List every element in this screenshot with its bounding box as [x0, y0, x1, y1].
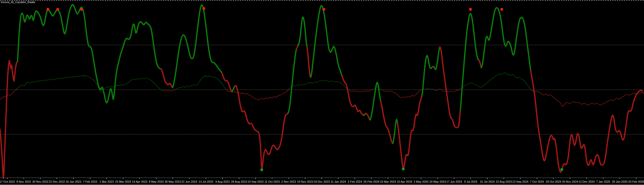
- buy-signal-dot: [260, 168, 263, 171]
- thin-signal-line-green: [424, 89, 426, 90]
- thin-signal-line-green: [18, 75, 162, 91]
- thin-signal-line-red: [0, 88, 18, 99]
- radar-line-bearish-segment: [0, 60, 18, 178]
- x-axis-label[interactable]: 7 Oct 2024: [530, 180, 544, 183]
- x-axis-label[interactable]: 1 Mar 2023: [99, 180, 114, 183]
- x-axis-label[interactable]: 30 Nov 2022: [32, 180, 48, 183]
- radar-line-bullish-segment: [288, 49, 296, 113]
- radar-line-bullish-segment: [18, 5, 161, 103]
- x-axis-label[interactable]: 2 Feb 2024: [348, 180, 362, 183]
- x-axis-label[interactable]: 18 Dec 2023: [314, 180, 330, 183]
- radar-line-bearish-segment: [161, 69, 173, 88]
- thin-signal-line-red: [227, 88, 290, 100]
- x-axis-label[interactable]: 31 Jul 2024: [480, 180, 495, 183]
- radar-line-bearish-segment: [307, 47, 311, 77]
- x-axis-label[interactable]: 30 May 2023: [164, 180, 181, 183]
- radar-line-bullish-segment: [481, 8, 531, 71]
- radar-line-bullish-segment: [422, 56, 432, 96]
- radar-line-bullish-segment: [434, 47, 440, 70]
- x-axis-label[interactable]: 23 Mar 2023: [115, 180, 131, 183]
- x-axis-label[interactable]: 2 Nov 2023: [281, 180, 296, 183]
- thin-signal-line-red: [531, 90, 644, 106]
- sell-signal-dot: [56, 8, 59, 11]
- x-axis-label[interactable]: 2 May 2024: [414, 180, 428, 183]
- radar-line-bullish-segment: [232, 86, 235, 92]
- x-axis-label[interactable]: 29 Jan 2025: [612, 180, 628, 183]
- radar-line-bearish-segment: [222, 73, 232, 92]
- x-axis-label[interactable]: 17 Jun 2024: [446, 180, 462, 183]
- radar-line-bullish-segment: [460, 14, 479, 110]
- radar-line-bullish-segment: [298, 17, 307, 47]
- x-axis-label[interactable]: 13 Jul 2023: [199, 180, 213, 183]
- x-axis-label[interactable]: 20 Nov 2024: [562, 180, 578, 183]
- thin-signal-line-green: [177, 76, 227, 90]
- radar-line-bearish-segment: [366, 113, 370, 119]
- x-axis-label[interactable]: 8 Nov 2022: [17, 180, 31, 183]
- x-axis-label[interactable]: 22 Dec 2022: [49, 180, 65, 183]
- sell-signal-dot: [47, 8, 49, 11]
- radar-line-bullish-segment: [370, 82, 381, 120]
- radar-line-bearish-segment: [235, 86, 262, 170]
- radar-line-bearish-segment: [381, 101, 393, 143]
- radar-line-bearish-segment: [262, 113, 288, 170]
- indicator-subwindow[interactable]: Innova_AI_Cazador_Radar 17 Oct 20228 Nov…: [0, 0, 644, 185]
- radar-line-bullish-segment: [311, 6, 342, 77]
- x-axis-label[interactable]: 13 Sep 2024: [512, 180, 528, 183]
- thin-signal-line-red: [434, 89, 440, 91]
- radar-line-bearish-segment: [398, 96, 422, 169]
- radar-chart-canvas[interactable]: 17 Oct 20228 Nov 202230 Nov 202222 Dec 2…: [0, 0, 644, 185]
- sell-signal-dot: [323, 8, 325, 11]
- x-axis-label[interactable]: 11 Oct 2023: [264, 180, 280, 183]
- thin-signal-line-red: [442, 89, 461, 92]
- thin-signal-line-red: [162, 89, 177, 91]
- x-axis-label[interactable]: 9 Jul 2024: [464, 180, 477, 183]
- x-axis-label[interactable]: 22 Aug 2024: [496, 180, 512, 183]
- x-axis-label[interactable]: 7 Feb 2023: [83, 180, 97, 183]
- radar-line-bullish-segment: [173, 5, 222, 88]
- x-axis-label[interactable]: 11 Jan 2024: [331, 180, 346, 183]
- buy-signal-dot: [402, 168, 405, 171]
- thin-signal-line-green: [290, 80, 350, 90]
- x-axis-label[interactable]: 28 Aug 2023: [231, 180, 247, 183]
- sell-signal-dot: [80, 8, 83, 11]
- x-axis-label[interactable]: 24 Nov 2023: [297, 180, 313, 183]
- radar-line-bullish-segment: [393, 119, 398, 143]
- x-axis-label[interactable]: 20 Feb 2025: [628, 180, 644, 183]
- x-axis-label[interactable]: 14 Apr 2023: [132, 180, 147, 183]
- radar-line-bearish-segment: [342, 76, 364, 115]
- radar-line-bearish-segment: [479, 60, 481, 68]
- x-axis-label[interactable]: 17 Oct 2022: [0, 180, 15, 183]
- radar-line-bearish-segment: [440, 47, 460, 128]
- sell-signal-dot: [203, 7, 205, 10]
- x-axis-label[interactable]: 26 Feb 2024: [363, 180, 379, 183]
- x-axis-label[interactable]: 19 Mar 2024: [380, 180, 396, 183]
- thin-signal-line-green: [428, 88, 434, 90]
- x-axis-label[interactable]: 21 Jun 2023: [182, 180, 197, 183]
- thin-signal-line-green: [372, 87, 383, 90]
- radar-line-bearish-segment: [531, 71, 642, 172]
- sell-signal-dot: [469, 8, 472, 11]
- x-axis-label[interactable]: 16 Jan 2023: [66, 180, 81, 183]
- x-axis-label[interactable]: 8 May 2023: [149, 180, 163, 183]
- thin-signal-line-green: [461, 73, 531, 90]
- thin-signal-line-red: [383, 89, 424, 98]
- x-axis-label[interactable]: 29 Oct 2024: [546, 180, 561, 183]
- x-axis-label[interactable]: 10 Apr 2024: [397, 180, 412, 183]
- sell-signal-dot: [500, 8, 503, 11]
- indicator-name-label: Innova_AI_Cazador_Radar: [1, 1, 35, 4]
- x-axis-label[interactable]: 12 Dec 2024: [579, 180, 595, 183]
- x-axis-label[interactable]: 19 Sep 2023: [248, 180, 264, 183]
- x-axis-label[interactable]: 4 Aug 2023: [215, 180, 230, 183]
- buy-signal-dot: [560, 168, 563, 171]
- x-axis-label[interactable]: 24 May 2024: [429, 180, 446, 183]
- x-axis-label[interactable]: 7 Jan 2025: [596, 180, 610, 183]
- thin-signal-line-red: [426, 88, 428, 90]
